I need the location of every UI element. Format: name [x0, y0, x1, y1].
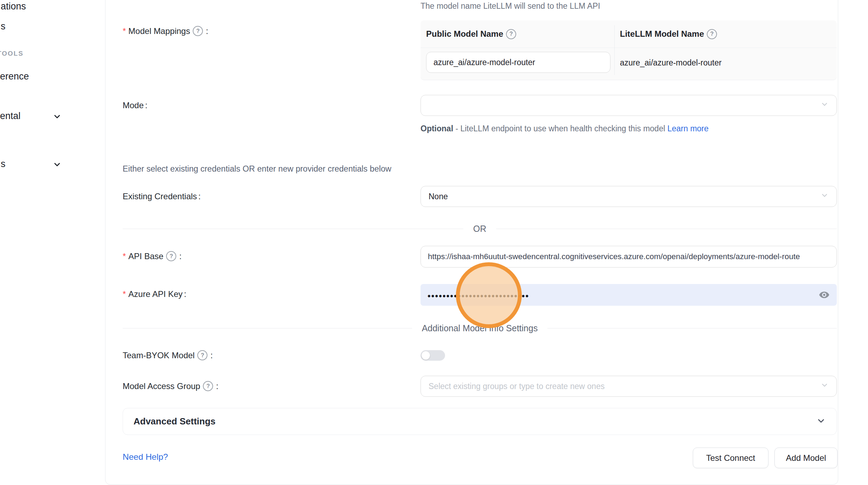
model-mappings-label-text: Model Mappings: [128, 26, 190, 36]
column-header-text: LiteLLM Model Name: [620, 29, 704, 39]
model-mappings-label: * Model Mappings ? :: [123, 26, 208, 36]
chevron-down-icon: [816, 416, 826, 427]
help-icon[interactable]: ?: [203, 381, 213, 391]
additional-settings-divider-text: Additional Model Info Settings: [412, 323, 548, 333]
mode-label-text: Mode: [123, 101, 144, 110]
help-icon[interactable]: ?: [166, 251, 176, 261]
advanced-settings-panel[interactable]: Advanced Settings: [123, 408, 837, 435]
add-model-page: ations s TOOLS erence ental s The model …: [0, 0, 868, 485]
sidebar-section-tools: TOOLS: [0, 50, 23, 57]
optional-prefix: Optional: [421, 124, 453, 133]
chevron-down-icon: [820, 100, 829, 111]
existing-credentials-label: Existing Credentials :: [123, 192, 201, 201]
masked-key-value: •••••••••••••••••••••••••••: [428, 290, 529, 300]
credentials-note: Either select existing credentials OR en…: [123, 164, 391, 174]
colon: :: [210, 351, 213, 360]
chevron-down-icon: [820, 381, 829, 392]
eye-icon[interactable]: [819, 289, 830, 300]
column-header-litellm-model-name: LiteLLM Model Name ?: [620, 20, 718, 48]
chevron-down-icon: [820, 191, 829, 202]
model-access-group-select[interactable]: Select existing groups or type to create…: [421, 376, 837, 397]
test-connect-button[interactable]: Test Connect: [693, 448, 768, 468]
colon: :: [179, 251, 182, 261]
api-base-label-text: API Base: [128, 251, 163, 261]
sidebar-item-organizations[interactable]: ations: [1, 1, 26, 12]
learn-more-link[interactable]: Learn more: [667, 124, 709, 133]
toggle-knob: [422, 351, 430, 360]
help-icon[interactable]: ?: [707, 29, 717, 39]
mode-help-text: Optional - LiteLLM endpoint to use when …: [421, 122, 717, 136]
column-divider: [614, 25, 615, 75]
model-access-group-label: Model Access Group ? :: [123, 381, 218, 391]
advanced-settings-label: Advanced Settings: [134, 416, 216, 427]
api-base-label: * API Base ? :: [123, 251, 182, 261]
colon: :: [198, 192, 201, 201]
additional-settings-divider: Additional Model Info Settings: [123, 321, 837, 335]
existing-credentials-label-text: Existing Credentials: [123, 192, 197, 201]
help-icon[interactable]: ?: [506, 29, 516, 39]
model-access-group-label-text: Model Access Group: [123, 381, 200, 391]
team-byok-label-text: Team-BYOK Model: [123, 351, 194, 360]
public-model-name-input[interactable]: [426, 52, 610, 73]
need-help-link[interactable]: Need Help?: [123, 452, 168, 462]
or-divider-text: OR: [463, 224, 496, 234]
help-icon[interactable]: ?: [193, 26, 203, 36]
team-byok-toggle[interactable]: [421, 350, 445, 361]
sidebar-item-settings[interactable]: s: [1, 159, 6, 169]
model-access-group-placeholder: Select existing groups or type to create…: [429, 382, 604, 391]
colon: :: [206, 26, 208, 36]
required-mark: *: [123, 289, 126, 299]
model-mappings-table: Public Model Name ? LiteLLM Model Name ?…: [421, 20, 837, 80]
team-byok-label: Team-BYOK Model ? :: [123, 350, 213, 360]
chevron-down-icon[interactable]: [53, 160, 62, 169]
colon: :: [216, 381, 218, 391]
azure-api-key-label-text: Azure API Key: [128, 289, 183, 299]
existing-credentials-select[interactable]: None: [421, 186, 837, 207]
required-mark: *: [123, 251, 126, 261]
mode-help-body: - LiteLLM endpoint to use when health ch…: [456, 124, 665, 133]
sidebar-item-experimental[interactable]: ental: [0, 111, 21, 122]
column-header-public-model-name: Public Model Name ?: [426, 20, 518, 48]
sidebar-item[interactable]: s: [1, 21, 6, 32]
mode-label: Mode :: [123, 101, 148, 110]
colon: :: [184, 289, 186, 299]
colon: :: [145, 101, 148, 110]
api-base-input[interactable]: [421, 246, 837, 268]
sidebar-item-reference[interactable]: erence: [0, 71, 29, 82]
azure-api-key-label: * Azure API Key :: [123, 289, 186, 299]
existing-credentials-value: None: [429, 192, 448, 201]
required-mark: *: [123, 26, 126, 36]
or-divider: OR: [123, 222, 837, 236]
chevron-down-icon[interactable]: [53, 112, 62, 121]
mode-select[interactable]: [421, 95, 837, 116]
azure-api-key-input[interactable]: •••••••••••••••••••••••••••: [421, 284, 837, 306]
add-model-button[interactable]: Add Model: [774, 448, 838, 468]
help-icon[interactable]: ?: [197, 350, 207, 360]
litellm-model-name-value: azure_ai/azure-model-router: [620, 52, 722, 74]
model-name-help-text: The model name LiteLLM will send to the …: [421, 1, 600, 11]
column-header-text: Public Model Name: [426, 29, 503, 39]
